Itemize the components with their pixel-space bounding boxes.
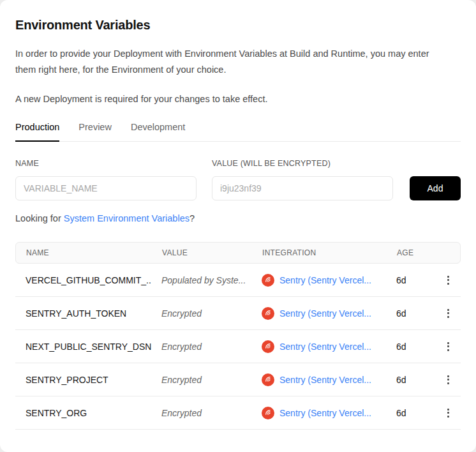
table-row: SENTRY_PROJECT Encrypted Sentry (Sentry … (15, 363, 461, 396)
integration-link[interactable]: Sentry (Sentry Vercel... (279, 408, 371, 418)
add-button[interactable]: Add (410, 176, 461, 200)
env-var-name: VERCEL_GITHUB_COMMIT_... (15, 275, 151, 285)
env-var-value: Encrypted (151, 308, 251, 319)
system-env-vars-link[interactable]: System Environment Variables (64, 213, 190, 223)
sentry-icon (262, 407, 274, 419)
env-var-age: 6d (386, 408, 421, 418)
tab-preview[interactable]: Preview (78, 122, 112, 142)
page-title: Environment Variables (15, 18, 461, 33)
env-var-age: 6d (386, 275, 421, 285)
system-env-hint: Looking for System Environment Variables… (15, 213, 461, 223)
sentry-icon (262, 340, 274, 353)
sentry-icon (262, 307, 274, 320)
env-var-value: Encrypted (151, 342, 251, 352)
kebab-menu-button[interactable] (443, 340, 453, 354)
add-env-var-form: NAME VALUE (WILL BE ENCRYPTED) Add (15, 159, 461, 200)
kebab-menu-button[interactable] (443, 406, 453, 420)
sentry-icon (262, 274, 274, 287)
tab-production[interactable]: Production (15, 122, 59, 142)
env-var-name: SENTRY_ORG (15, 408, 151, 418)
environment-tabs: Production Preview Development (15, 122, 461, 142)
header-integration: INTEGRATION (252, 248, 387, 257)
env-var-integration: Sentry (Sentry Vercel... (251, 340, 386, 353)
kebab-menu-button[interactable] (443, 306, 453, 320)
table-header-row: NAME VALUE INTEGRATION AGE (15, 242, 461, 264)
env-var-age: 6d (386, 308, 421, 319)
env-var-integration: Sentry (Sentry Vercel... (251, 274, 386, 287)
sentry-icon (262, 373, 274, 386)
kebab-menu-button[interactable] (443, 373, 453, 387)
env-var-value: Encrypted (151, 375, 251, 385)
env-var-value: Populated by Syste... (151, 275, 251, 285)
name-label: NAME (15, 159, 197, 168)
integration-link[interactable]: Sentry (Sentry Vercel... (279, 275, 371, 285)
variable-name-input[interactable] (15, 176, 197, 200)
header-value: VALUE (152, 248, 252, 257)
table-row: SENTRY_ORG Encrypted Sentry (Sentry Verc… (15, 396, 461, 430)
env-var-age: 6d (386, 342, 421, 352)
value-label: VALUE (WILL BE ENCRYPTED) (212, 159, 393, 168)
table-row: SENTRY_AUTH_TOKEN Encrypted Sentry (Sent… (15, 297, 461, 330)
header-name: NAME (16, 248, 152, 257)
tab-development[interactable]: Development (131, 122, 185, 142)
environment-variables-panel: Environment Variables In order to provid… (0, 0, 476, 452)
hint-prefix: Looking for (15, 213, 64, 223)
hint-suffix: ? (190, 213, 195, 223)
env-var-value: Encrypted (151, 408, 251, 418)
env-vars-table: NAME VALUE INTEGRATION AGE VERCEL_GITHUB… (15, 242, 461, 430)
env-var-integration: Sentry (Sentry Vercel... (251, 307, 386, 320)
redeploy-note-text: A new Deployment is required for your ch… (15, 91, 443, 107)
table-row: NEXT_PUBLIC_SENTRY_DSN Encrypted Sentry … (15, 330, 461, 363)
env-var-name: NEXT_PUBLIC_SENTRY_DSN (15, 342, 151, 352)
env-var-name: SENTRY_AUTH_TOKEN (15, 308, 151, 319)
integration-link[interactable]: Sentry (Sentry Vercel... (279, 342, 371, 352)
header-age: AGE (387, 248, 422, 257)
kebab-menu-button[interactable] (443, 273, 453, 287)
env-var-name: SENTRY_PROJECT (15, 375, 151, 385)
env-var-integration: Sentry (Sentry Vercel... (251, 373, 386, 386)
table-row: VERCEL_GITHUB_COMMIT_... Populated by Sy… (15, 264, 461, 297)
integration-link[interactable]: Sentry (Sentry Vercel... (279, 308, 371, 319)
name-field-group: NAME (15, 159, 197, 200)
integration-link[interactable]: Sentry (Sentry Vercel... (279, 375, 371, 385)
env-var-integration: Sentry (Sentry Vercel... (251, 407, 386, 419)
variable-value-input[interactable] (212, 176, 393, 200)
description-text: In order to provide your Deployment with… (15, 46, 443, 78)
env-var-age: 6d (386, 375, 421, 385)
value-field-group: VALUE (WILL BE ENCRYPTED) (212, 159, 393, 200)
